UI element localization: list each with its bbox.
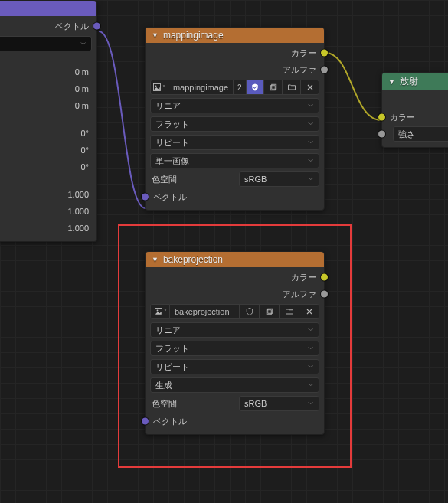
collapse-icon[interactable]: ▼	[388, 78, 395, 86]
projection-dropdown[interactable]: フラット﹀	[150, 341, 319, 356]
output-alpha-socket[interactable]: アルファ	[146, 286, 324, 302]
value-field[interactable]: 0 m	[75, 67, 89, 77]
value-field[interactable]: 0 m	[75, 101, 89, 110]
chevron-down-icon: ˅	[162, 84, 165, 91]
open-image-button[interactable]	[283, 80, 301, 95]
image-datablock-row: ˅ mappingimage 2	[146, 78, 324, 96]
output-alpha-socket[interactable]: アルファ	[146, 61, 324, 78]
input-color-socket[interactable]: カラー	[382, 109, 448, 126]
node-header[interactable]: ▼ 放射	[382, 73, 448, 90]
value-field[interactable]: 0°	[80, 162, 89, 171]
chevron-down-icon: ﹀	[80, 40, 87, 48]
socket-dot[interactable]	[378, 114, 385, 121]
socket-label: アルファ	[283, 289, 316, 300]
source-dropdown[interactable]: 生成﹀	[150, 377, 319, 393]
socket-dot[interactable]	[378, 131, 385, 138]
shield-icon	[250, 83, 260, 92]
image-texture-node-bakeprojection[interactable]: ▼ bakeprojection カラー アルファ ˅ bakeprojecti…	[145, 251, 325, 435]
node-title: bakeprojection	[163, 254, 223, 265]
svg-point-1	[155, 86, 157, 87]
output-vector-socket[interactable]: ベクトル	[0, 18, 96, 34]
image-name-field[interactable]: bakeprojection	[170, 304, 240, 319]
node-header[interactable]: ▼ mappingimage	[146, 28, 324, 43]
emission-node[interactable]: ▼ 放射 カラー 強さ	[381, 72, 448, 148]
image-icon	[154, 307, 163, 316]
extension-dropdown[interactable]: リピート﹀	[150, 135, 319, 150]
dropdown[interactable]: ﹀	[0, 36, 92, 51]
node-header[interactable]: ▼ bakeprojection	[146, 252, 324, 267]
projection-dropdown[interactable]: フラット﹀	[150, 116, 319, 132]
chevron-down-icon: ﹀	[308, 157, 314, 165]
fake-user-button[interactable]	[240, 304, 260, 319]
input-vector-socket[interactable]: ベクトル	[146, 413, 324, 430]
socket-dot[interactable]	[142, 418, 149, 425]
mapping-node[interactable]: ベクトル ﹀ 0 m 0 m 0 m 0° 0° 0° 1.000 1.000 …	[0, 0, 97, 242]
output-color-socket[interactable]: カラー	[146, 269, 324, 286]
value-field[interactable]: 1.000	[67, 224, 89, 233]
svg-point-5	[156, 310, 158, 312]
svg-rect-7	[267, 309, 272, 313]
image-browse-button[interactable]: ˅	[150, 80, 168, 95]
colorspace-dropdown[interactable]: sRGB﹀	[239, 171, 319, 187]
svg-rect-6	[267, 310, 271, 315]
image-texture-node-mappingimage[interactable]: ▼ mappingimage カラー アルファ ˅ mappingimage 2	[145, 27, 325, 211]
new-image-button[interactable]	[264, 80, 283, 95]
socket-dot[interactable]	[142, 194, 149, 201]
socket-dot[interactable]	[321, 67, 328, 73]
value-field[interactable]: 0°	[80, 129, 89, 138]
chevron-down-icon: ﹀	[308, 102, 314, 110]
socket-label: ベクトル	[55, 21, 89, 32]
socket-dot[interactable]	[321, 274, 328, 281]
new-image-button[interactable]	[260, 304, 280, 319]
node-title: 放射	[400, 75, 418, 88]
collapse-icon[interactable]: ▼	[152, 31, 159, 39]
chevron-down-icon: ˅	[164, 309, 167, 315]
chevron-down-icon: ﹀	[308, 381, 314, 390]
image-browse-button[interactable]: ˅	[150, 304, 170, 319]
interpolation-dropdown[interactable]: リニア﹀	[150, 98, 319, 113]
socket-label: ベクトル	[153, 191, 187, 203]
fake-user-button[interactable]	[247, 80, 265, 95]
image-datablock-row: ˅ bakeprojection	[146, 302, 324, 321]
duplicate-icon	[269, 83, 278, 92]
value-field[interactable]: 0°	[80, 145, 89, 155]
close-icon	[306, 83, 315, 92]
input-strength-socket[interactable]: 強さ	[382, 126, 448, 142]
node-title: mappingimage	[163, 30, 224, 41]
value-field[interactable]: 0 m	[75, 84, 89, 93]
socket-label: アルファ	[283, 64, 316, 76]
chevron-down-icon: ﹀	[308, 400, 314, 408]
input-vector-socket[interactable]: ベクトル	[146, 188, 324, 205]
open-image-button[interactable]	[280, 304, 299, 319]
node-header[interactable]	[0, 1, 96, 16]
output-emission-socket[interactable]	[382, 92, 448, 109]
colorspace-dropdown[interactable]: sRGB﹀	[239, 396, 319, 411]
folder-icon	[287, 83, 296, 92]
user-count[interactable]: 2	[234, 80, 247, 95]
chevron-down-icon: ﹀	[308, 363, 314, 371]
socket-dot[interactable]	[321, 50, 328, 57]
duplicate-icon	[265, 307, 274, 316]
socket-label: カラー	[390, 112, 415, 123]
unlink-image-button[interactable]	[301, 80, 319, 95]
chevron-down-icon: ﹀	[308, 120, 314, 129]
colorspace-label: 色空間	[150, 174, 196, 185]
chevron-down-icon: ﹀	[308, 175, 314, 184]
strength-field[interactable]: 強さ	[393, 126, 448, 142]
value-field[interactable]: 1.000	[67, 190, 89, 199]
interpolation-dropdown[interactable]: リニア﹀	[150, 322, 319, 338]
extension-dropdown[interactable]: リピート﹀	[150, 359, 319, 374]
socket-label: カラー	[291, 272, 316, 283]
value-field[interactable]: 1.000	[67, 207, 89, 216]
shield-icon	[245, 307, 254, 316]
socket-dot[interactable]	[321, 291, 328, 298]
unlink-image-button[interactable]	[299, 304, 319, 319]
socket-dot[interactable]	[93, 23, 100, 30]
collapse-icon[interactable]: ▼	[152, 256, 159, 263]
socket-label: ベクトル	[153, 416, 187, 427]
output-color-socket[interactable]: カラー	[146, 44, 324, 61]
image-icon	[152, 83, 162, 92]
image-name-field[interactable]: mappingimage	[168, 80, 234, 95]
chevron-down-icon: ﹀	[308, 345, 314, 353]
source-dropdown[interactable]: 単一画像﹀	[150, 153, 319, 168]
